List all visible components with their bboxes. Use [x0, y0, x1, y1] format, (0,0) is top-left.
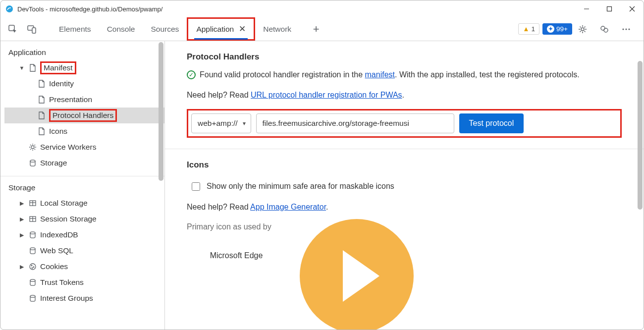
sidebar-item-indexeddb[interactable]: ▶ IndexedDB — [4, 227, 164, 243]
icons-help-row: Need help? Read App Image Generator. — [187, 201, 622, 213]
tab-network[interactable]: Network — [255, 17, 299, 41]
svg-point-25 — [31, 265, 32, 266]
window-title: DevTools - microsoftedge.github.io/Demos… — [17, 5, 162, 13]
sidebar-item-cookies[interactable]: ▶ Cookies — [4, 259, 164, 275]
window-controls — [575, 0, 644, 17]
file-icon — [37, 111, 46, 120]
tab-sources[interactable]: Sources — [143, 17, 187, 41]
messages-badge[interactable]: ✦ 99+ — [542, 23, 572, 35]
database-icon — [28, 230, 37, 239]
file-icon — [37, 127, 46, 136]
cookie-icon — [28, 262, 37, 271]
minimize-button[interactable] — [575, 0, 598, 17]
primary-icon-sub: Microsoft Edge — [187, 250, 286, 262]
application-content: Protocol Handlers ✓ Found valid protocol… — [165, 41, 644, 330]
gear-icon — [28, 143, 37, 152]
devtools-tabstrip: Elements Console Sources Application ✕ N… — [0, 17, 644, 41]
sidebar-item-trust-tokens[interactable]: Trust Tokens — [4, 275, 164, 290]
sidebar-scrollbar[interactable] — [158, 41, 164, 330]
content-scrollbar[interactable] — [637, 41, 644, 330]
table-icon — [28, 199, 37, 208]
sidebar-item-presentation[interactable]: Presentation — [4, 92, 164, 108]
feedback-icon[interactable] — [597, 22, 612, 37]
expand-icon[interactable]: ▶ — [18, 264, 25, 270]
manifest-link[interactable]: manifest — [365, 70, 395, 79]
close-tab-icon[interactable]: ✕ — [239, 24, 246, 34]
svg-point-0 — [6, 5, 13, 12]
database-icon — [28, 246, 37, 255]
app-icon-preview — [300, 219, 414, 330]
maximize-button[interactable] — [598, 0, 621, 17]
primary-icon-label: Primary icon as used by — [187, 221, 286, 233]
file-icon — [37, 79, 46, 88]
more-icon[interactable] — [619, 22, 634, 37]
add-tab-button[interactable]: + — [308, 21, 324, 37]
expand-icon[interactable]: ▶ — [18, 200, 25, 207]
database-icon — [28, 159, 37, 167]
svg-rect-7 — [32, 28, 36, 33]
inspect-icon[interactable] — [5, 22, 20, 37]
svg-point-11 — [622, 28, 624, 30]
svg-point-12 — [625, 28, 627, 30]
svg-rect-2 — [607, 7, 612, 11]
section-storage: Storage — [0, 176, 164, 195]
application-sidebar: Application ▼ Manifest Identity Presenta… — [0, 41, 165, 330]
sidebar-item-service-workers[interactable]: Service Workers — [4, 139, 164, 155]
database-icon — [28, 294, 37, 303]
info-icon: ✦ — [547, 25, 554, 33]
protocol-url-input[interactable] — [256, 113, 454, 133]
checkbox-input[interactable] — [192, 182, 200, 191]
expand-icon[interactable]: ▼ — [18, 65, 25, 71]
svg-point-26 — [33, 267, 34, 268]
tab-console[interactable]: Console — [99, 17, 143, 41]
test-protocol-button[interactable]: Test protocol — [459, 113, 524, 133]
settings-icon[interactable] — [575, 22, 590, 37]
devtools-icon — [5, 5, 13, 13]
svg-point-22 — [30, 232, 35, 234]
svg-point-10 — [604, 28, 608, 32]
sidebar-item-protocol-handlers[interactable]: Protocol Handlers — [4, 108, 164, 123]
maskable-safe-area-checkbox[interactable]: Show only the minimum safe area for mask… — [187, 177, 622, 199]
protocol-valid-row: ✓ Found valid protocol handler registrat… — [187, 69, 622, 81]
section-divider — [165, 149, 644, 149]
icons-heading: Icons — [187, 160, 622, 170]
protocol-help-link[interactable]: URL protocol handler registration for PW… — [251, 91, 402, 99]
table-icon — [28, 215, 37, 223]
svg-point-29 — [30, 295, 35, 297]
sidebar-item-icons[interactable]: Icons — [4, 123, 164, 139]
sidebar-item-identity[interactable]: Identity — [4, 76, 164, 92]
tab-elements[interactable]: Elements — [51, 17, 99, 41]
protocol-handlers-heading: Protocol Handlers — [187, 52, 622, 62]
sidebar-item-session-storage[interactable]: ▶ Session Storage — [4, 211, 164, 227]
sidebar-item-websql[interactable]: Web SQL — [4, 243, 164, 259]
warnings-badge[interactable]: ▲ 1 — [518, 23, 539, 35]
svg-point-15 — [30, 160, 35, 162]
sidebar-item-manifest[interactable]: ▼ Manifest — [4, 60, 164, 76]
tab-application[interactable]: Application ✕ — [187, 17, 255, 41]
file-icon — [28, 63, 37, 72]
sidebar-item-local-storage[interactable]: ▶ Local Storage — [4, 195, 164, 211]
warning-icon: ▲ — [523, 25, 529, 33]
file-icon — [37, 95, 46, 104]
checkmark-icon: ✓ — [187, 70, 196, 79]
svg-point-24 — [30, 264, 36, 270]
primary-icon-row: Primary icon as used by Microsoft Edge — [187, 221, 622, 330]
device-toggle-icon[interactable] — [24, 22, 39, 37]
database-icon — [28, 278, 37, 287]
icons-help-link[interactable]: App Image Generator — [250, 203, 326, 211]
svg-point-23 — [30, 248, 35, 250]
protocol-controls: web+amp:// ▾ Test protocol — [187, 109, 622, 138]
close-button[interactable] — [621, 0, 644, 17]
svg-point-27 — [32, 268, 33, 269]
svg-point-28 — [30, 279, 35, 281]
expand-icon[interactable]: ▶ — [18, 216, 25, 222]
protocol-help-row: Need help? Read URL protocol handler reg… — [187, 89, 622, 101]
svg-point-14 — [31, 146, 34, 149]
expand-icon[interactable]: ▶ — [18, 232, 25, 238]
protocol-scheme-select[interactable]: web+amp:// ▾ — [191, 113, 251, 133]
chevron-down-icon: ▾ — [243, 120, 246, 127]
section-application: Application — [0, 41, 164, 60]
sidebar-item-interest-groups[interactable]: Interest Groups — [4, 290, 164, 306]
sidebar-item-storage-app[interactable]: Storage — [4, 155, 164, 171]
titlebar: DevTools - microsoftedge.github.io/Demos… — [0, 0, 644, 17]
